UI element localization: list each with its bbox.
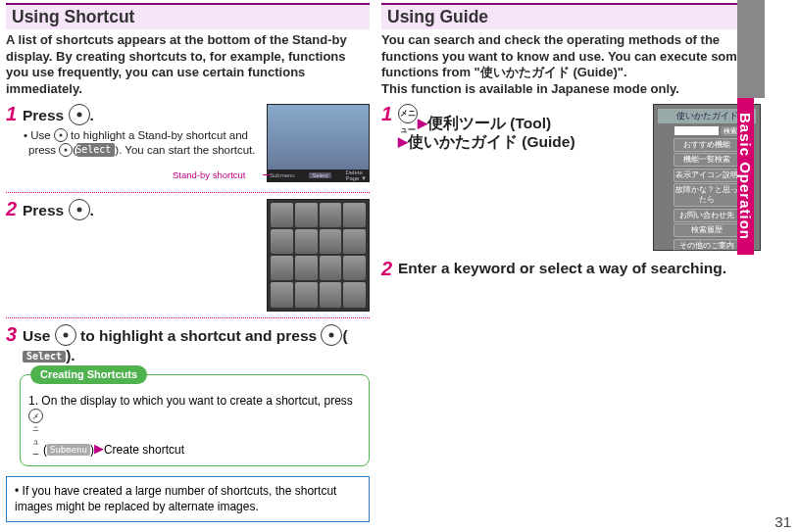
select-softkey-icon: Select — [23, 351, 66, 363]
separator — [6, 317, 370, 318]
menu-button-icon: メニュー — [398, 104, 418, 123]
arrow-icon: ▶ — [94, 441, 104, 456]
step-2-left: 2 Press . — [6, 199, 370, 312]
screenshot-shortcut-grid — [267, 199, 370, 312]
section-heading-left: Using Shortcut — [6, 3, 370, 29]
standby-shortcut-label: Stand-by shortcut — [173, 169, 245, 180]
side-tab-label: Basic Operation — [737, 98, 754, 255]
step-3-left: 3 Use to highlight a shortcut and press … — [6, 324, 370, 364]
nav-button-icon — [55, 324, 76, 346]
center-button-icon — [321, 324, 342, 346]
center-button-icon — [69, 199, 90, 220]
center-button-icon — [59, 143, 73, 157]
arrow-icon: ▶ — [398, 134, 408, 149]
separator — [6, 192, 370, 193]
select-softkey-icon: Select — [76, 143, 115, 157]
section-heading-right: Using Guide — [381, 3, 761, 29]
step-1-left: 1 Press . • Use to highlight a Stand-by … — [6, 104, 370, 186]
intro-right: You can search and check the operating m… — [381, 32, 761, 98]
screenshot-standby: SubmenuSelectDeletePage ▼ — [267, 104, 370, 182]
submenu-softkey-icon: Submenu — [47, 444, 90, 456]
step-1-right: 1 メニュー▶便利ツール (Tool) ▶使いかたガイド (Guide) 使いか… — [381, 104, 761, 251]
creating-shortcuts-box: Creating Shortcuts 1. On the display to … — [20, 374, 370, 466]
nav-button-icon — [54, 128, 68, 142]
side-tab: Basic Operation — [737, 0, 765, 509]
creating-shortcuts-title: Creating Shortcuts — [30, 365, 147, 384]
note-box: • If you have created a large number of … — [6, 476, 370, 521]
page-number: 31 — [774, 513, 791, 530]
intro-left: A list of shortcuts appears at the botto… — [6, 32, 370, 98]
menu-button-icon: メニュー — [28, 409, 43, 423]
arrow-icon: ▶ — [418, 116, 427, 130]
step-2-right: 2 Enter a keyword or select a way of sea… — [381, 259, 761, 278]
nav-button-icon — [69, 104, 90, 125]
